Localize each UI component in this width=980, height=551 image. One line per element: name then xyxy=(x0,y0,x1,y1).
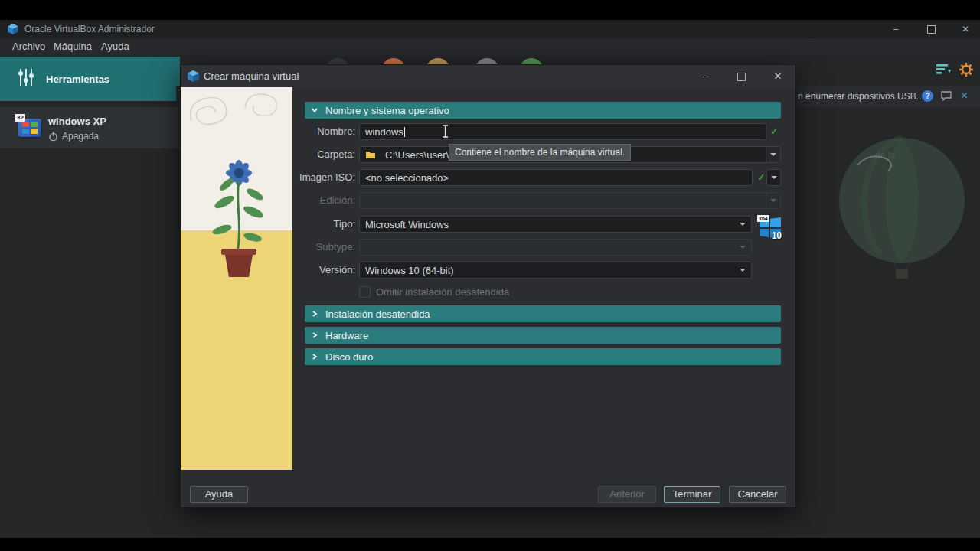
arch-badge: x64 xyxy=(757,215,769,222)
section-unattended-label: Instalación desatendida xyxy=(325,308,430,320)
chevron-down-icon xyxy=(771,176,777,179)
virtualbox-logo-icon xyxy=(8,24,18,37)
name-label: Nombre: xyxy=(294,123,355,140)
cancel-button[interactable]: Cancelar xyxy=(729,486,786,503)
edition-dropdown-button xyxy=(766,193,780,208)
chevron-down-icon xyxy=(770,199,776,202)
window-title: Oracle VirtualBox Administrador xyxy=(24,24,155,34)
window-minimize-icon[interactable]: – xyxy=(880,20,911,38)
skip-unattended-checkbox xyxy=(359,286,371,298)
notification-close-icon[interactable]: ✕ xyxy=(959,90,970,102)
chat-bubble-icon[interactable] xyxy=(940,91,952,103)
dialog-minimize-icon[interactable]: – xyxy=(688,65,724,87)
chevron-right-icon xyxy=(311,331,318,339)
chevron-down-icon xyxy=(311,106,318,114)
valid-check-icon: ✓ xyxy=(757,171,766,183)
ibeam-cursor-icon xyxy=(442,125,449,141)
virtualbox-logo-icon xyxy=(188,70,199,85)
dialog-close-icon[interactable]: ✕ xyxy=(760,65,795,87)
menu-maquina[interactable]: Máquina xyxy=(49,38,96,55)
menu-archivo[interactable]: Archivo xyxy=(8,38,50,55)
chevron-down-icon xyxy=(740,223,746,226)
subtype-label: Subtype: xyxy=(294,239,355,256)
chevron-down-icon xyxy=(740,269,746,272)
window-menubar: Archivo Máquina Ayuda xyxy=(0,38,980,55)
os-version-icon: x64 10 xyxy=(757,215,782,241)
chevron-down-icon xyxy=(740,246,746,249)
edition-label: Edición: xyxy=(294,192,355,209)
finish-button[interactable]: Terminar xyxy=(664,486,720,503)
text-caret xyxy=(404,127,405,137)
vm-os-icon: 32 xyxy=(15,114,44,142)
name-value: windows xyxy=(360,126,403,138)
sort-columns-icon[interactable] xyxy=(936,64,951,79)
back-button: Anterior xyxy=(598,486,656,503)
tooltip: Contiene el nombre de la máquina virtual… xyxy=(449,144,631,161)
iso-dropdown-button[interactable] xyxy=(766,169,781,186)
type-label: Tipo: xyxy=(294,216,355,233)
letterbox-top xyxy=(0,0,980,20)
iso-combo[interactable]: <no seleccionado> xyxy=(359,169,753,186)
window-close-icon[interactable]: ✕ xyxy=(951,20,980,38)
iso-value: <no seleccionado> xyxy=(360,172,449,184)
section-hardware[interactable]: Hardware xyxy=(305,327,781,344)
version-combo[interactable]: Windows 10 (64-bit) xyxy=(359,262,752,279)
version-label: Versión: xyxy=(294,262,355,279)
os-number: 10 xyxy=(772,230,782,241)
dialog-title: Crear máquina virtual xyxy=(204,70,299,82)
folder-icon xyxy=(365,150,376,159)
sliders-icon xyxy=(17,67,35,90)
name-input[interactable]: windows xyxy=(359,123,766,140)
vm-name: windows XP xyxy=(48,116,106,127)
folder-dropdown-button[interactable] xyxy=(766,147,780,162)
letterbox-bottom xyxy=(0,538,980,551)
vm-arch-badge: 32 xyxy=(15,114,25,122)
vm-status: Apagada xyxy=(62,131,99,142)
section-name-os[interactable]: Nombre y sistema operativo xyxy=(305,102,781,119)
dialog-titlebar: Crear máquina virtual – ✕ xyxy=(181,65,795,87)
folder-label: Carpeta: xyxy=(294,146,355,163)
section-unattended[interactable]: Instalación desatendida xyxy=(305,305,781,322)
menu-ayuda[interactable]: Ayuda xyxy=(96,38,134,55)
sidebar-tools-header[interactable]: Herramientas xyxy=(0,57,180,101)
skip-unattended-label: Omitir instalación desatendida xyxy=(376,286,509,298)
create-vm-dialog: Crear máquina virtual – ✕ xyxy=(180,64,796,508)
dialog-illustration xyxy=(181,87,292,470)
screen: Oracle VirtualBox Administrador – ✕ Arch… xyxy=(0,0,980,551)
help-question-icon[interactable]: ? xyxy=(922,90,933,102)
chevron-right-icon xyxy=(311,310,318,318)
chevron-right-icon xyxy=(311,353,318,360)
chevron-down-icon xyxy=(770,153,776,156)
section-name-os-label: Nombre y sistema operativo xyxy=(325,105,449,116)
iso-label: Imagen ISO: xyxy=(294,169,355,186)
type-combo[interactable]: Microsoft Windows xyxy=(359,216,752,233)
section-disk-label: Disco duro xyxy=(325,351,373,363)
section-hardware-label: Hardware xyxy=(325,330,368,341)
subtype-combo xyxy=(359,239,752,256)
notification-text: n enumerar dispositivos USB... xyxy=(798,91,924,102)
sidebar-tools-label: Herramientas xyxy=(46,73,109,85)
window-maximize-icon[interactable] xyxy=(916,20,946,38)
edition-combo xyxy=(359,192,781,209)
balloon-illustration xyxy=(835,135,972,291)
vm-list-item[interactable]: 32 windows XP Apagada xyxy=(0,107,180,148)
window-titlebar: Oracle VirtualBox Administrador – ✕ xyxy=(0,20,980,38)
type-value: Microsoft Windows xyxy=(360,219,449,230)
dialog-maximize-icon[interactable] xyxy=(724,65,759,87)
section-disk[interactable]: Disco duro xyxy=(305,348,781,365)
gear-icon[interactable] xyxy=(959,62,974,80)
version-value: Windows 10 (64-bit) xyxy=(360,265,454,276)
valid-check-icon: ✓ xyxy=(770,126,779,137)
power-icon xyxy=(48,131,58,145)
help-button[interactable]: Ayuda xyxy=(190,486,248,503)
